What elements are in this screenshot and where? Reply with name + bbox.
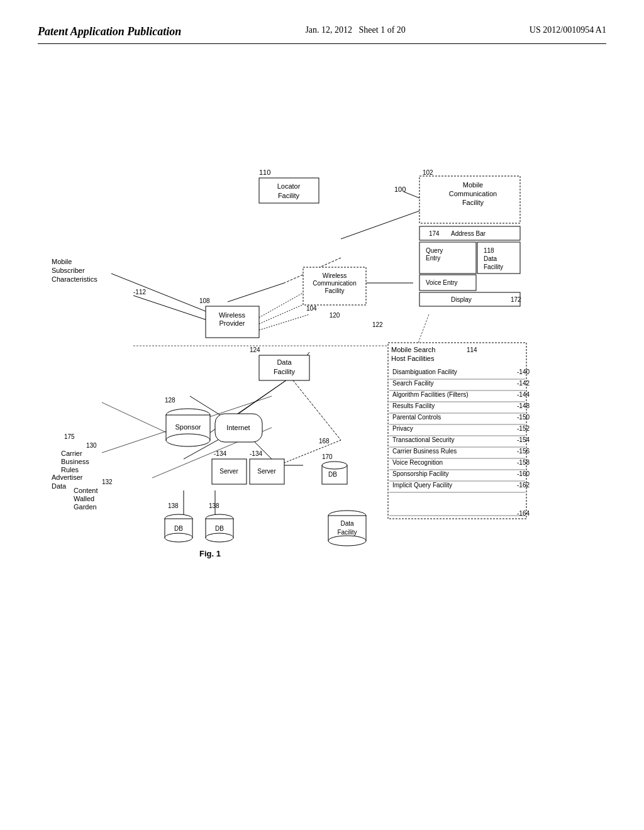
- svg-text:-160: -160: [517, 470, 530, 477]
- svg-text:Walled: Walled: [74, 495, 94, 502]
- svg-text:Carrier Business Rules: Carrier Business Rules: [392, 448, 457, 455]
- svg-text:122: 122: [372, 321, 383, 328]
- svg-rect-47: [259, 178, 319, 203]
- svg-text:108: 108: [199, 297, 210, 304]
- svg-text:Characteristics: Characteristics: [52, 275, 97, 283]
- svg-text:Display: Display: [451, 296, 472, 303]
- svg-text:Communication: Communication: [313, 280, 356, 287]
- svg-text:Sponsorship Facility: Sponsorship Facility: [392, 470, 448, 477]
- svg-text:Rules: Rules: [61, 466, 79, 473]
- svg-text:168: 168: [319, 438, 330, 445]
- svg-text:Facility: Facility: [462, 199, 484, 206]
- svg-text:-148: -148: [517, 402, 530, 409]
- svg-text:Server: Server: [219, 468, 238, 475]
- svg-text:Advertiser: Advertiser: [52, 473, 83, 481]
- svg-text:Subscriber: Subscriber: [52, 267, 85, 274]
- svg-text:Fig. 1: Fig. 1: [199, 549, 221, 558]
- svg-text:Mobile: Mobile: [52, 258, 72, 265]
- svg-text:114: 114: [467, 346, 477, 353]
- svg-text:Algorithm Facilities (Filters): Algorithm Facilities (Filters): [392, 391, 469, 398]
- publication-date-sheet: Jan. 12, 2012 Sheet 1 of 20: [305, 25, 405, 35]
- svg-text:Mobile Search: Mobile Search: [391, 346, 435, 353]
- publication-sheet: Sheet 1 of 20: [359, 25, 406, 35]
- svg-text:170: 170: [322, 453, 333, 460]
- svg-text:-140: -140: [517, 368, 530, 375]
- svg-text:Facility: Facility: [274, 368, 296, 375]
- svg-text:174: 174: [429, 230, 440, 237]
- svg-text:Facility: Facility: [484, 263, 503, 270]
- svg-text:DB: DB: [215, 525, 224, 532]
- diagram-container: Mobile Communication Facility 102 100 17…: [39, 157, 605, 629]
- svg-text:Mobile: Mobile: [463, 181, 483, 189]
- svg-text:130: 130: [86, 442, 97, 449]
- svg-text:-156: -156: [517, 448, 530, 455]
- svg-text:104: 104: [306, 305, 317, 312]
- svg-text:138: 138: [168, 502, 179, 509]
- svg-text:Garden: Garden: [74, 503, 97, 511]
- svg-text:Address Bar: Address Bar: [451, 230, 486, 237]
- svg-text:132: 132: [102, 479, 113, 485]
- page-header: Patent Application Publication Jan. 12, …: [38, 25, 606, 44]
- svg-text:Server: Server: [257, 468, 276, 475]
- svg-text:Data: Data: [484, 255, 497, 262]
- svg-text:128: 128: [165, 397, 175, 404]
- svg-line-5: [259, 302, 309, 324]
- svg-text:Entry: Entry: [426, 255, 440, 262]
- svg-text:-144: -144: [517, 391, 530, 398]
- svg-text:Voice Entry: Voice Entry: [426, 279, 458, 286]
- svg-text:-142: -142: [517, 380, 530, 387]
- svg-text:-134: -134: [214, 450, 226, 457]
- svg-line-30: [404, 192, 419, 198]
- svg-text:Privacy: Privacy: [392, 425, 413, 432]
- svg-text:Search Facility: Search Facility: [392, 380, 434, 387]
- svg-text:Wireless: Wireless: [219, 311, 246, 319]
- svg-text:Business: Business: [61, 458, 89, 465]
- svg-text:Voice Recognition: Voice Recognition: [392, 459, 443, 466]
- svg-text:-164: -164: [517, 510, 530, 517]
- svg-text:Provider: Provider: [219, 319, 245, 327]
- svg-text:Data: Data: [340, 520, 354, 527]
- svg-text:Sponsor: Sponsor: [175, 423, 201, 431]
- svg-text:Facility: Facility: [278, 192, 300, 199]
- svg-text:-154: -154: [517, 436, 530, 443]
- svg-text:Carrier: Carrier: [61, 450, 82, 457]
- patent-diagram: Mobile Communication Facility 102 100 17…: [39, 157, 605, 629]
- svg-text:Disambiguation Facility: Disambiguation Facility: [392, 368, 457, 375]
- svg-text:Results Facility: Results Facility: [392, 402, 435, 409]
- svg-line-6: [259, 314, 309, 330]
- svg-text:Query: Query: [426, 247, 443, 254]
- svg-text:DB: DB: [174, 525, 183, 532]
- svg-text:-152: -152: [517, 425, 530, 432]
- svg-text:Internet: Internet: [226, 424, 250, 431]
- svg-point-146: [206, 533, 233, 542]
- svg-text:Data: Data: [52, 482, 67, 490]
- svg-line-12: [291, 377, 341, 440]
- svg-text:Host Facilities: Host Facilities: [391, 355, 435, 362]
- svg-text:120: 120: [330, 312, 340, 319]
- svg-line-0: [341, 208, 429, 239]
- svg-text:-158: -158: [517, 459, 530, 466]
- page: Patent Application Publication Jan. 12, …: [0, 0, 644, 830]
- svg-text:172: 172: [511, 296, 521, 303]
- svg-text:Parental Controls: Parental Controls: [392, 414, 441, 421]
- svg-text:-162: -162: [517, 482, 530, 489]
- svg-text:138: 138: [209, 502, 219, 509]
- svg-text:-150: -150: [517, 414, 530, 421]
- svg-line-53: [111, 274, 206, 311]
- svg-text:118: 118: [484, 247, 494, 254]
- svg-text:Facility: Facility: [337, 529, 357, 536]
- svg-text:Implicit Query Facility: Implicit Query Facility: [392, 482, 452, 489]
- publication-title: Patent Application Publication: [38, 25, 181, 38]
- svg-point-112: [166, 434, 210, 446]
- svg-line-4: [259, 289, 309, 318]
- svg-text:-112: -112: [133, 289, 146, 296]
- svg-text:-134: -134: [250, 450, 262, 457]
- publication-date: Jan. 12, 2012: [305, 25, 352, 35]
- svg-text:Content: Content: [74, 487, 98, 494]
- svg-text:Wireless: Wireless: [323, 272, 347, 279]
- svg-text:102: 102: [423, 169, 433, 176]
- svg-text:Transactional Security: Transactional Security: [392, 436, 455, 443]
- svg-point-150: [328, 536, 366, 546]
- svg-point-131: [322, 462, 347, 469]
- svg-text:Communication: Communication: [449, 190, 497, 197]
